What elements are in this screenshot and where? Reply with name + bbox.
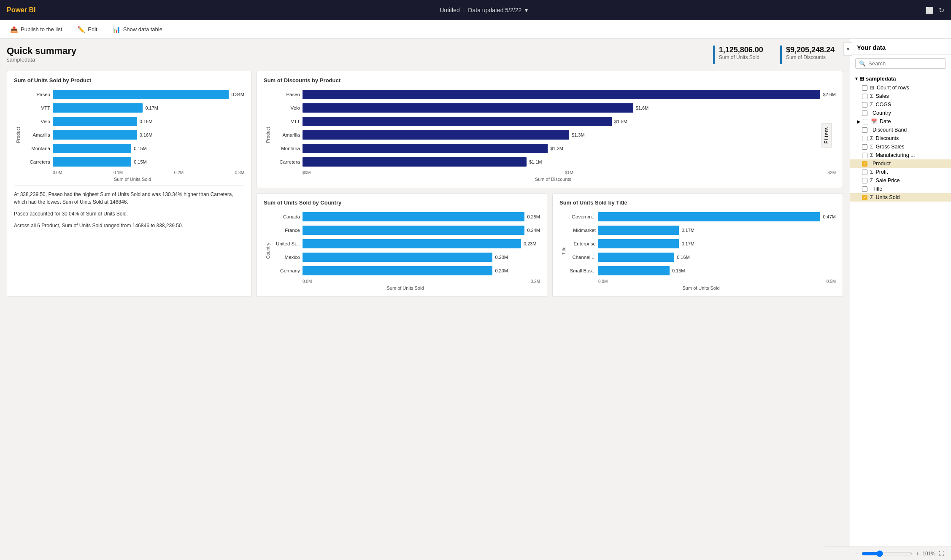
chart-title-units-product: Sum of Units Sold by Product xyxy=(14,77,244,83)
chart-units-by-country[interactable]: Sum of Units Sold by Country Country Can… xyxy=(257,193,547,297)
bottom-charts: Sum of Units Sold by Country Country Can… xyxy=(257,193,843,297)
kpi-bar xyxy=(713,46,715,64)
checkbox-sale-price[interactable] xyxy=(862,178,867,183)
x-axis-label-units-product: Sum of Units Sold xyxy=(21,177,244,182)
window-icon[interactable]: ⬜ xyxy=(925,6,934,14)
bar-row-govt: Governm... 0.47M xyxy=(566,211,836,223)
checkbox-discounts[interactable] xyxy=(862,136,867,141)
kpi-label-units: Sum of Units Sold xyxy=(719,54,763,60)
tree-item-discounts[interactable]: Σ Discounts xyxy=(850,134,951,143)
checkbox-count-of-rows[interactable] xyxy=(862,85,867,91)
y-axis-discounts-product: Product xyxy=(264,89,270,182)
publish-button[interactable]: 📤 Publish to the list xyxy=(7,24,65,35)
bar-chart-title: Governm... 0.47M Midmarket xyxy=(566,211,836,278)
chart-discounts-by-product[interactable]: Sum of Discounts by Product Product Pase… xyxy=(257,71,843,188)
zoom-slider[interactable] xyxy=(862,550,912,557)
tree-item-product[interactable]: ✓ Product xyxy=(850,159,951,168)
search-input[interactable] xyxy=(868,60,942,67)
tree-item-date[interactable]: ▶ 📅 Date xyxy=(850,117,951,126)
chart-units-by-product[interactable]: Sum of Units Sold by Product Product Pas… xyxy=(7,71,251,297)
kpi-value-units: 1,125,806.00 xyxy=(719,46,763,54)
bar-row-enterprise: Enterprise 0.17M xyxy=(566,238,836,250)
chart-title-title: Sum of Units Sold by Title xyxy=(559,199,836,206)
app-logo: Power BI xyxy=(7,6,35,14)
sigma-icon-sale-price: Σ xyxy=(870,178,873,183)
kpi-label-discounts: Sum of Discounts xyxy=(786,54,835,60)
bar-row-germany: Germany 0.20M xyxy=(270,265,540,277)
fit-icon[interactable]: ⛶ xyxy=(939,550,944,557)
main-layout: Quick summary sampledata 1,125,806.00 Su… xyxy=(0,39,951,560)
y-axis-units-product: Product xyxy=(14,89,21,182)
bar-row-smallbus: Small Bus... 0.15M xyxy=(566,265,836,277)
y-axis-title: Title xyxy=(559,211,566,291)
bar-row-midmarket: Midmarket 0.17M xyxy=(566,224,836,236)
zoom-out-icon[interactable]: − xyxy=(855,550,858,557)
x-axis-ticks-country: 0.0M 0.2M xyxy=(270,279,540,284)
checkbox-date[interactable] xyxy=(863,119,868,124)
tree-item-discount-band[interactable]: Discount Band xyxy=(850,126,951,134)
tree-item-units-sold[interactable]: ✓ Σ Units Sold xyxy=(850,193,951,202)
bar-row-montana-disc: Montana $1.2M xyxy=(270,143,836,154)
checkbox-profit[interactable] xyxy=(862,170,867,175)
chart-units-by-title[interactable]: Sum of Units Sold by Title Title Governm… xyxy=(552,193,843,297)
content-area: Quick summary sampledata 1,125,806.00 Su… xyxy=(0,39,850,560)
page-title-section: Quick summary sampledata xyxy=(7,46,713,63)
bar-row-carretera-disc: Carretera $1.1M xyxy=(270,156,836,168)
kpi-bar-2 xyxy=(780,46,782,64)
tree-section-sampledata[interactable]: ▾ ⊞ sampledata xyxy=(850,74,951,83)
table-icon: 📊 xyxy=(113,26,121,33)
sigma-icon-units-sold: Σ xyxy=(870,194,873,200)
checkbox-discount-band[interactable] xyxy=(862,127,867,133)
zoom-bar: − + 101% ⛶ xyxy=(824,547,951,560)
checkbox-product[interactable]: ✓ xyxy=(862,161,867,167)
x-axis-ticks-title: 0.0M 0.5M xyxy=(566,279,836,284)
y-axis-country: Country xyxy=(264,211,270,291)
checkbox-sales[interactable] xyxy=(862,94,867,99)
bar-row-mexico: Mexico 0.20M xyxy=(270,251,540,263)
tree-item-cogs[interactable]: Σ COGS xyxy=(850,100,951,109)
show-data-button[interactable]: 📊 Show data table xyxy=(109,24,166,35)
tree-item-country[interactable]: Country xyxy=(850,109,951,117)
chart-body-discounts-product: Product Paseo $2.6M Velo xyxy=(264,89,836,182)
topbar-title: Untitled | Data updated 5/2/22 ▾ xyxy=(42,7,925,13)
collapse-button[interactable]: « xyxy=(843,42,852,56)
zoom-level: 101% xyxy=(922,551,935,557)
tree-item-gross-sales[interactable]: Σ Gross Sales xyxy=(850,143,951,151)
bar-row-carretera: Carretera 0.15M xyxy=(21,156,244,168)
x-axis-ticks-units-product: 0.0M 0.1M 0.2M 0.3M xyxy=(21,170,244,175)
topbar-icons: ⬜ ↻ xyxy=(925,6,944,14)
bar-row-channel: Channel ... 0.16M xyxy=(566,251,836,263)
checkbox-gross-sales[interactable] xyxy=(862,144,867,150)
checkbox-title[interactable] xyxy=(862,186,867,192)
zoom-in-icon[interactable]: + xyxy=(916,550,919,557)
bar-chart-discounts-product: Paseo $2.6M Velo $1.6M xyxy=(270,89,836,170)
tree-item-manufacturing[interactable]: Σ Manufacturing ... xyxy=(850,151,951,159)
bar-row-velo: Velo 0.16M xyxy=(21,116,244,127)
filters-tab[interactable]: Filters xyxy=(821,123,832,148)
tree-item-count-of-rows[interactable]: ⊞ Count of rows xyxy=(850,83,951,92)
tree-item-sales[interactable]: Σ Sales xyxy=(850,92,951,100)
kpi-section: 1,125,806.00 Sum of Units Sold $9,205,24… xyxy=(713,46,835,64)
toolbar: 📤 Publish to the list ✏️ Edit 📊 Show dat… xyxy=(0,20,951,39)
page-title: Quick summary xyxy=(7,46,713,57)
kpi-units-sold: 1,125,806.00 Sum of Units Sold xyxy=(713,46,763,64)
refresh-icon[interactable]: ↻ xyxy=(939,6,944,14)
tree-item-title[interactable]: Title xyxy=(850,185,951,193)
right-panel: « Filters Your data 🔍 ▾ ⊞ sampledata ⊞ C… xyxy=(850,39,951,560)
x-axis-label-title: Sum of Units Sold xyxy=(566,285,836,291)
checkbox-manufacturing[interactable] xyxy=(862,153,867,158)
bar-row-vtt: VTT 0.17M xyxy=(21,102,244,114)
bar-row-velo-disc: Velo $1.6M xyxy=(270,102,836,114)
checkbox-country[interactable] xyxy=(862,110,867,116)
sigma-icon-sales: Σ xyxy=(870,93,873,99)
checkbox-cogs[interactable] xyxy=(862,102,867,108)
edit-button[interactable]: ✏️ Edit xyxy=(74,24,100,35)
checkbox-units-sold[interactable]: ✓ xyxy=(862,195,867,200)
tree-item-profit[interactable]: Σ Profit xyxy=(850,168,951,176)
bar-row-france: France 0.24M xyxy=(270,224,540,236)
chart-body-country: Country Canada 0.25M xyxy=(264,211,540,291)
kpi-discounts: $9,205,248.24 Sum of Discounts xyxy=(780,46,835,64)
table-icon-section: ⊞ xyxy=(859,75,864,82)
tree-item-sale-price[interactable]: Σ Sale Price xyxy=(850,176,951,185)
sigma-icon-gross-sales: Σ xyxy=(870,144,873,150)
